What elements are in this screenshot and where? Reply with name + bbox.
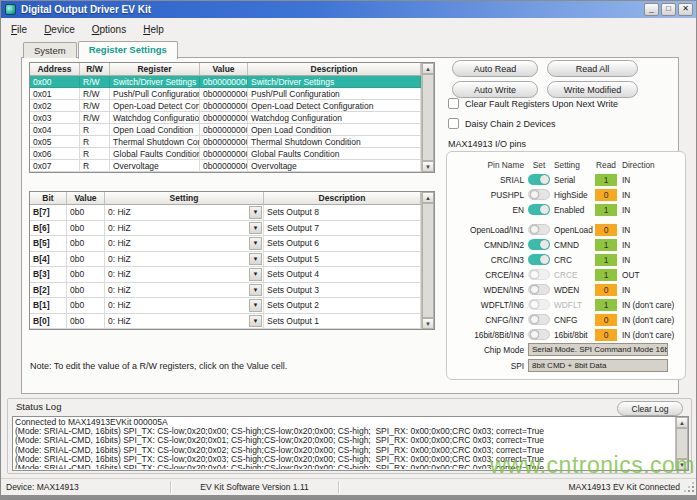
- setting-dropdown[interactable]: 0: HiZ▼: [105, 283, 264, 299]
- dropdown-arrow-icon[interactable]: ▼: [249, 206, 262, 219]
- maximize-button[interactable]: □: [661, 3, 676, 16]
- bit-row-B[6][interactable]: B[6]0b00: HiZ▼Sets Output 7: [30, 221, 421, 237]
- dropdown-arrow-icon[interactable]: ▼: [249, 284, 262, 297]
- bit-value-cell: 0b0: [67, 267, 105, 283]
- clear-fault-checkbox[interactable]: [448, 98, 459, 109]
- toggle-switch-crc-in3[interactable]: [528, 254, 550, 265]
- dropdown-arrow-icon[interactable]: ▼: [249, 253, 262, 266]
- clear-log-button[interactable]: Clear Log: [617, 401, 683, 416]
- read-cell: 1: [594, 254, 618, 266]
- read-indicator: 1: [595, 174, 617, 186]
- setting-dropdown[interactable]: 0: HiZ▼: [105, 252, 264, 268]
- toggle-switch-cmnd-in2[interactable]: [528, 239, 550, 250]
- scroll-up-icon[interactable]: ▲: [422, 192, 434, 203]
- close-button[interactable]: ✕: [678, 3, 693, 16]
- dropdown-arrow-icon[interactable]: ▼: [249, 237, 262, 250]
- value-cell[interactable]: 0b00000000: [200, 124, 248, 136]
- bit-row-B[2][interactable]: B[2]0b00: HiZ▼Sets Output 3: [30, 283, 421, 299]
- value-cell[interactable]: 0b00000000: [200, 100, 248, 112]
- register-row-0x07[interactable]: 0x07ROvervoltage0b00000000Overvoltage: [30, 160, 421, 172]
- toggle-switch-cnfg-in7[interactable]: [528, 314, 550, 325]
- minimize-button[interactable]: _: [644, 3, 659, 16]
- menu-device[interactable]: Device: [37, 22, 82, 37]
- address-cell: 0x06: [30, 148, 80, 160]
- register-row-0x04[interactable]: 0x04ROpen Load Condition0b00000000Open L…: [30, 124, 421, 136]
- bit-table-scrollbar[interactable]: ▲ ▼: [421, 192, 434, 329]
- scroll-down-icon[interactable]: ▼: [422, 161, 434, 172]
- tab-system[interactable]: System: [23, 42, 77, 58]
- spi-label: SPI: [451, 361, 524, 371]
- dropdown-arrow-icon[interactable]: ▼: [249, 299, 262, 312]
- dropdown-arrow-icon[interactable]: ▼: [249, 268, 262, 281]
- toggle-setting-label: Enabled: [554, 205, 590, 215]
- setting-dropdown[interactable]: 0: HiZ▼: [105, 298, 264, 314]
- menu-file[interactable]: File: [4, 22, 34, 37]
- register-row-0x00[interactable]: 0x00R/WSwitch/Driver Settings0b00000000S…: [30, 76, 421, 88]
- register-row-0x02[interactable]: 0x02R/WOpen-Load Detect Confi...0b000000…: [30, 100, 421, 112]
- tab-register-settings[interactable]: Register Settings: [78, 41, 178, 59]
- toggle-switch-srial[interactable]: [528, 174, 550, 185]
- toggle-switch-en[interactable]: [528, 204, 550, 215]
- daisy-chain-checkbox[interactable]: [448, 118, 459, 129]
- scroll-up-icon[interactable]: ▲: [422, 63, 434, 74]
- bit-row-B[7][interactable]: B[7]0b00: HiZ▼Sets Output 8: [30, 205, 421, 221]
- bit-description-cell: Sets Output 8: [264, 205, 421, 221]
- value-cell[interactable]: 0b00000000: [200, 88, 248, 100]
- read-all-button[interactable]: Read All: [547, 60, 638, 77]
- register-row-0x03[interactable]: 0x03R/WWatchdog Configuration0b00000000W…: [30, 112, 421, 124]
- toggle-switch-pushpl[interactable]: [528, 189, 550, 200]
- bit-row-B[4][interactable]: B[4]0b00: HiZ▼Sets Output 5: [30, 252, 421, 268]
- register-row-0x01[interactable]: 0x01R/WPush/Pull Configuration0b00000000…: [30, 88, 421, 100]
- toggle-setting-label: CMND: [554, 240, 590, 250]
- scrollbar-thumb[interactable]: [422, 203, 434, 318]
- bit-value-cell: 0b0: [67, 298, 105, 314]
- toggle-switch-16bit-8bit-in8[interactable]: [528, 329, 550, 340]
- io-pin-row-openload-in1: OpenLoad/IN1OpenLoad0IN: [451, 221, 679, 236]
- scrollbar-thumb[interactable]: [422, 74, 434, 161]
- address-cell: 0x04: [30, 124, 80, 136]
- scroll-down-icon[interactable]: ▼: [422, 318, 434, 329]
- write-modified-button[interactable]: Write Modified: [547, 81, 638, 98]
- register-row-0x05[interactable]: 0x05RThermal Shutdown Con...0b00000000Th…: [30, 136, 421, 148]
- value-cell[interactable]: 0b00000000: [200, 160, 248, 172]
- io-pins-title: MAX14913 I/O pins: [448, 139, 526, 149]
- dropdown-arrow-icon[interactable]: ▼: [249, 315, 262, 328]
- setting-dropdown[interactable]: 0: HiZ▼: [105, 267, 264, 283]
- register-table-scrollbar[interactable]: ▲ ▼: [421, 63, 434, 172]
- toggle-switch-wden-in5[interactable]: [528, 284, 550, 295]
- setting-dropdown[interactable]: 0: HiZ▼: [105, 221, 264, 237]
- pin-name-label: CNFG/IN7: [451, 315, 524, 325]
- bit-description-cell: Sets Output 5: [264, 252, 421, 268]
- value-cell[interactable]: 0b00000000: [200, 112, 248, 124]
- register-row-0x06[interactable]: 0x06RGlobal Faults Condition0b00000000Gl…: [30, 148, 421, 160]
- setting-dropdown[interactable]: 0: HiZ▼: [105, 205, 264, 221]
- bit-row-B[5][interactable]: B[5]0b00: HiZ▼Sets Output 6: [30, 236, 421, 252]
- direction-label: IN (don't care): [622, 315, 679, 325]
- value-cell[interactable]: 0b00000000: [200, 136, 248, 148]
- menu-help[interactable]: Help: [136, 22, 171, 37]
- bit-row-B[0][interactable]: B[0]0b00: HiZ▼Sets Output 1: [30, 314, 421, 330]
- menu-options[interactable]: Options: [85, 22, 133, 37]
- dropdown-arrow-icon[interactable]: ▼: [249, 222, 262, 235]
- io-pin-row-srial: SRIALSerial1IN: [451, 171, 679, 186]
- pin-name-label: CRC/IN3: [451, 255, 524, 265]
- address-cell: 0x00: [30, 76, 80, 88]
- rw-cell: R/W: [80, 112, 110, 124]
- bit-table-header: BitValueSettingDescription: [30, 192, 421, 205]
- bit-row-B[1][interactable]: B[1]0b00: HiZ▼Sets Output 2: [30, 298, 421, 314]
- auto-write-button[interactable]: Auto Write: [452, 81, 538, 98]
- pin-name-label: CRCE/IN4: [451, 270, 524, 280]
- column-header: Description: [248, 63, 421, 76]
- auto-read-button[interactable]: Auto Read: [452, 60, 538, 77]
- daisy-chain-checkbox-label: Daisy Chain 2 Devices: [465, 119, 556, 129]
- address-cell: 0x01: [30, 88, 80, 100]
- bit-row-B[3][interactable]: B[3]0b00: HiZ▼Sets Output 4: [30, 267, 421, 283]
- setting-dropdown[interactable]: 0: HiZ▼: [105, 314, 264, 330]
- setting-dropdown[interactable]: 0: HiZ▼: [105, 236, 264, 252]
- toggle-switch-openload-in1[interactable]: [528, 224, 550, 235]
- value-cell[interactable]: 0b00000000: [200, 148, 248, 160]
- value-cell[interactable]: 0b00000000: [200, 76, 248, 88]
- direction-label: IN: [622, 240, 679, 250]
- scroll-up-icon[interactable]: ▲: [676, 417, 688, 428]
- resize-grip[interactable]: [685, 483, 694, 492]
